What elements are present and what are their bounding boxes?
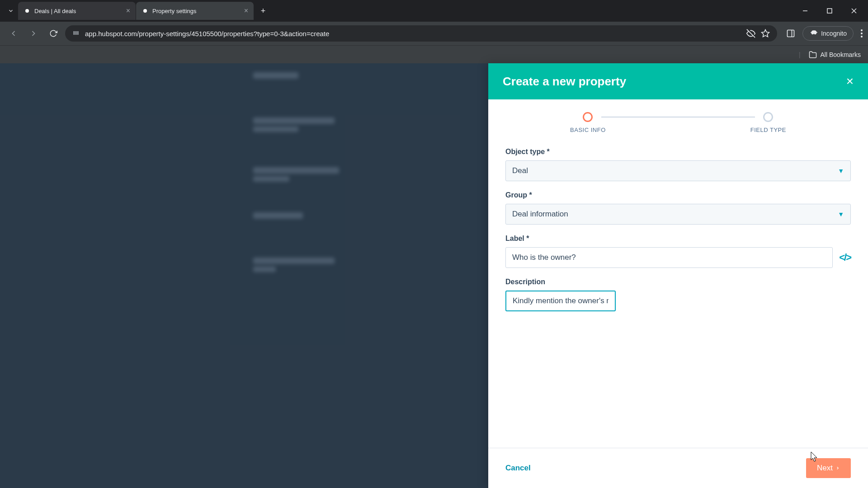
bookmarks-bar: | All Bookmarks <box>0 45 868 63</box>
chevron-down-icon: ▼ <box>838 167 844 174</box>
panel-title: Create a new property <box>503 75 626 89</box>
svg-point-11 <box>861 33 863 34</box>
address-bar: app.hubspot.com/property-settings/451055… <box>0 22 868 45</box>
label-field-group: Label * </> <box>505 235 851 268</box>
close-icon[interactable]: × <box>244 7 248 15</box>
step-basic-info[interactable]: BASIC INFO <box>570 112 606 133</box>
menu-icon[interactable] <box>861 29 863 38</box>
object-type-label: Object type * <box>505 148 851 156</box>
svg-marker-7 <box>762 30 769 37</box>
label-field-label: Label * <box>505 235 851 243</box>
minimize-button[interactable] <box>795 4 816 18</box>
back-button[interactable] <box>5 25 22 42</box>
create-property-panel: Create a new property × BASIC INFO FIELD… <box>488 63 868 488</box>
url-bar[interactable]: app.hubspot.com/property-settings/451055… <box>65 25 777 42</box>
group-field-group: Group * Deal information ▼ <box>505 191 851 225</box>
step-label: FIELD TYPE <box>750 127 786 133</box>
description-field-group: Description <box>505 278 851 311</box>
svg-rect-4 <box>74 32 79 33</box>
form-body: Object type * Deal ▼ Group * Deal inform… <box>488 142 868 448</box>
browser-tab-deals[interactable]: Deals | All deals × <box>18 2 136 20</box>
step-circle <box>763 112 773 122</box>
svg-rect-1 <box>827 9 832 13</box>
step-field-type[interactable]: FIELD TYPE <box>750 112 786 133</box>
incognito-badge[interactable]: Incognito <box>802 26 854 41</box>
svg-point-12 <box>861 36 863 38</box>
code-icon[interactable]: </> <box>839 252 851 263</box>
folder-icon <box>809 51 817 59</box>
label-input[interactable] <box>505 247 833 268</box>
step-label: BASIC INFO <box>570 127 606 133</box>
browser-tab-property-settings[interactable]: Property settings × <box>136 2 254 20</box>
step-connector <box>601 117 755 117</box>
hubspot-icon <box>142 7 149 14</box>
incognito-icon <box>809 29 817 38</box>
next-button[interactable]: Next <box>806 458 851 478</box>
svg-point-10 <box>861 29 863 31</box>
incognito-label: Incognito <box>821 30 847 37</box>
svg-rect-5 <box>74 33 79 34</box>
description-label: Description <box>505 278 851 286</box>
stepper: BASIC INFO FIELD TYPE <box>488 99 868 142</box>
new-tab-button[interactable]: + <box>256 4 270 18</box>
hubspot-icon <box>24 7 31 14</box>
maximize-button[interactable] <box>819 4 840 18</box>
cancel-button[interactable]: Cancel <box>505 464 531 473</box>
bookmarks-label: All Bookmarks <box>821 51 861 58</box>
side-panel-icon[interactable] <box>786 29 795 38</box>
reload-button[interactable] <box>45 25 61 42</box>
panel-footer: Cancel Next <box>488 448 868 488</box>
chevron-down-icon: ▼ <box>838 211 844 218</box>
svg-rect-8 <box>788 30 794 37</box>
forward-button[interactable] <box>25 25 42 42</box>
browser-tab-strip: Deals | All deals × Property settings × … <box>0 0 868 22</box>
star-icon[interactable] <box>761 29 770 38</box>
close-panel-button[interactable]: × <box>846 74 854 89</box>
group-select[interactable]: Deal information ▼ <box>505 204 851 225</box>
step-circle-active <box>583 112 593 122</box>
tab-title: Deals | All deals <box>34 8 121 14</box>
close-icon[interactable]: × <box>126 7 130 15</box>
select-value: Deal information <box>512 210 568 219</box>
all-bookmarks-button[interactable]: All Bookmarks <box>809 51 861 59</box>
url-text: app.hubspot.com/property-settings/451055… <box>85 30 741 38</box>
object-type-select[interactable]: Deal ▼ <box>505 160 851 181</box>
group-label: Group * <box>505 191 851 199</box>
site-settings-icon[interactable] <box>72 30 80 37</box>
panel-header: Create a new property × <box>488 63 868 99</box>
close-window-button[interactable] <box>844 4 864 18</box>
tab-title: Property settings <box>152 8 239 14</box>
chevron-right-icon <box>835 465 840 471</box>
select-value: Deal <box>512 166 528 175</box>
tab-search-dropdown[interactable] <box>4 4 18 18</box>
next-button-label: Next <box>817 464 833 473</box>
object-type-group: Object type * Deal ▼ <box>505 148 851 181</box>
description-input[interactable] <box>505 291 616 311</box>
eye-off-icon[interactable] <box>746 29 755 38</box>
